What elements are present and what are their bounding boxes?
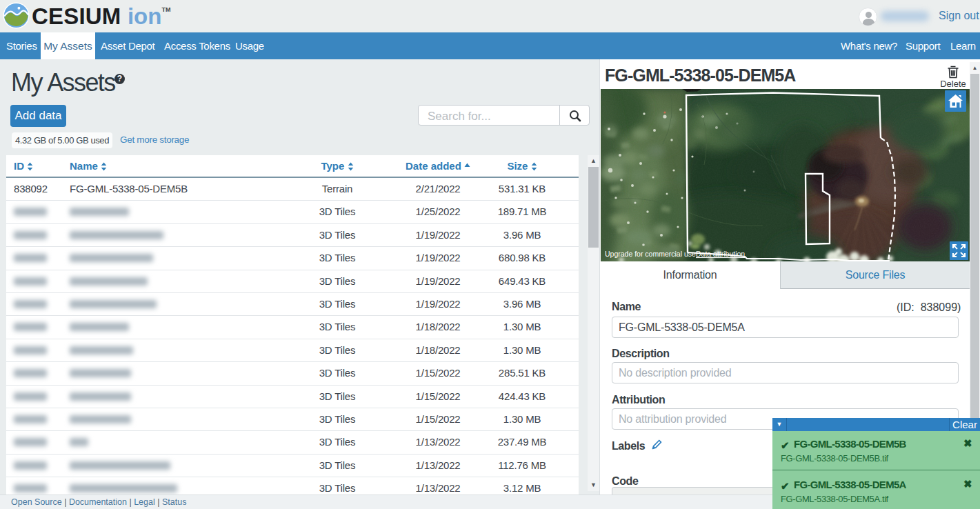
svg-text:Data attribution: Data attribution [696,250,745,258]
svg-text:Upgrade for commercial use.: Upgrade for commercial use. [605,250,698,258]
